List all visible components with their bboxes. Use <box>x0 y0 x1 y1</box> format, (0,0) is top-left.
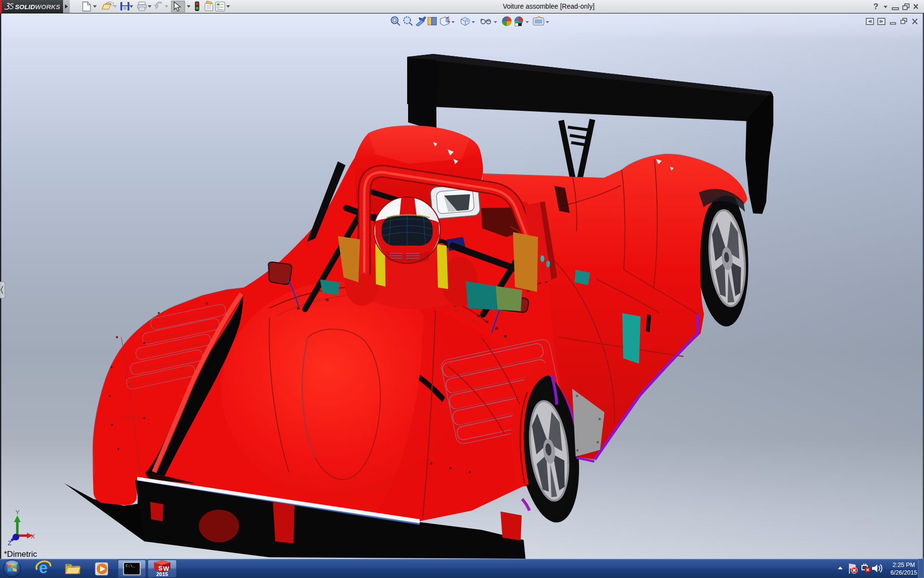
svg-text:6/26/2015: 6/26/2015 <box>890 569 917 576</box>
svg-text:Z: Z <box>8 539 12 547</box>
svg-text:Y: Y <box>15 509 20 516</box>
svg-text:2015: 2015 <box>156 571 168 577</box>
svg-text:X: X <box>31 533 35 540</box>
svg-text:*Dimetric: *Dimetric <box>4 550 37 559</box>
svg-text:S: S <box>158 565 163 572</box>
svg-text:C:\_: C:\_ <box>126 564 135 568</box>
svg-text:2:25 PM: 2:25 PM <box>893 562 915 568</box>
svg-text:?: ? <box>873 2 878 11</box>
